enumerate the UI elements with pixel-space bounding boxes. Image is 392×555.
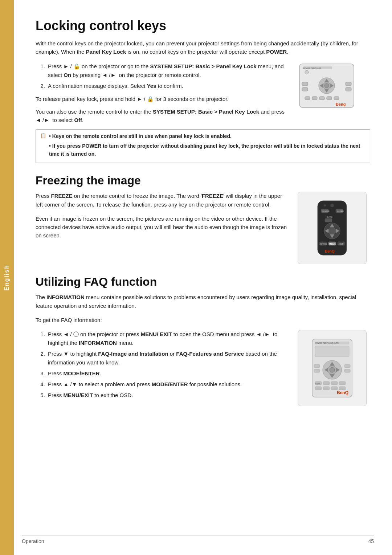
svg-text:SOURCE: SOURCE	[320, 243, 327, 245]
svg-point-53	[330, 367, 335, 372]
faq-step-5: Press MENU/EXIT to exit the OSD.	[46, 391, 290, 400]
svg-rect-29	[325, 219, 332, 222]
svg-text:LASER: LASER	[337, 210, 344, 212]
freezing-text: Press FREEZE on the remote control to fr…	[36, 192, 290, 245]
svg-rect-66	[339, 387, 346, 390]
svg-rect-19	[334, 97, 339, 100]
freezing-para2: Even if an image is frozen on the screen…	[36, 215, 290, 240]
svg-text:FREEZE: FREEZE	[329, 243, 336, 245]
faq-remote: POWER TEMP LAMP AUTO	[298, 330, 367, 406]
main-content: Locking control keys With the control ke…	[14, 0, 392, 555]
locking-step-1: Press ► / 🔒 on the projector or go to th…	[46, 62, 290, 79]
freezing-title: Freezing the image	[36, 174, 370, 187]
faq-intro: The INFORMATION menu contains possible s…	[36, 293, 370, 310]
svg-rect-54	[314, 364, 320, 368]
svg-rect-17	[319, 97, 324, 100]
svg-rect-15	[305, 97, 310, 100]
svg-text:BenQ: BenQ	[325, 249, 335, 253]
locking-image: POWER TEMP LAMP	[298, 62, 370, 110]
faq-text: Press ◄ / ⓘ on the projector or press ME…	[36, 330, 290, 404]
note-icon: 📋	[40, 133, 46, 138]
freezing-content: Press FREEZE on the remote control to fr…	[36, 192, 370, 264]
locking-step-2: A confirmation message displays. Select …	[46, 82, 290, 90]
svg-rect-16	[312, 97, 317, 100]
svg-text:Beng: Beng	[336, 102, 346, 106]
locking-section: Locking control keys With the control ke…	[36, 18, 370, 163]
faq-steps: Press ◄ / ⓘ on the projector or press ME…	[46, 330, 290, 400]
svg-rect-11	[302, 82, 308, 86]
svg-text:BLANK: BLANK	[315, 383, 320, 385]
svg-rect-65	[331, 387, 338, 390]
svg-text:BenQ: BenQ	[337, 390, 348, 395]
faq-step-4: Press ▲ /▼ to select a problem and press…	[46, 380, 290, 389]
svg-rect-60	[331, 381, 338, 385]
faq-image: POWER TEMP LAMP AUTO	[298, 330, 370, 406]
svg-rect-55	[314, 369, 320, 372]
note-content: Keys on the remote control are still in …	[49, 132, 366, 160]
svg-rect-12	[302, 87, 308, 91]
faq-to-get: To get the FAQ information:	[36, 316, 370, 324]
svg-rect-61	[339, 381, 346, 385]
svg-point-23	[324, 204, 326, 207]
svg-rect-57	[344, 369, 350, 372]
svg-point-31	[328, 227, 336, 234]
svg-point-22	[330, 204, 334, 207]
footer: Operation 45	[22, 535, 374, 544]
svg-rect-59	[323, 381, 330, 385]
faq-title: Utilizing FAQ function	[36, 275, 370, 289]
freezing-para1: Press FREEZE on the remote control to fr…	[36, 192, 290, 209]
svg-text:POWER: POWER	[322, 210, 330, 212]
note-item-1: Keys on the remote control are still in …	[49, 132, 366, 140]
svg-point-10	[324, 83, 329, 88]
locking-release: To release panel key lock, press and hol…	[36, 95, 290, 103]
svg-rect-64	[323, 387, 330, 390]
freezing-section: Freezing the image Press FREEZE on the r…	[36, 174, 370, 264]
locking-notes: 📋 Keys on the remote control are still i…	[36, 129, 370, 163]
locking-intro: With the control keys on the projector l…	[36, 39, 370, 56]
svg-text:ZOOM: ZOOM	[339, 243, 344, 245]
svg-rect-56	[344, 364, 350, 368]
svg-rect-46	[315, 346, 349, 357]
footer-left: Operation	[22, 538, 44, 544]
language-label: English	[4, 265, 10, 291]
locking-also: You can also use the remote control to e…	[36, 107, 290, 125]
faq-step-1: Press ◄ / ⓘ on the projector or press ME…	[46, 330, 290, 347]
note-item-2: If you press POWER to turn off the proje…	[49, 142, 366, 158]
footer-right: 45	[368, 538, 374, 544]
freezing-image: POWER LASER BLANK	[298, 192, 370, 264]
faq-step-2: Press ▼ to highlight FAQ-Image and Insta…	[46, 350, 290, 367]
svg-rect-13	[346, 82, 351, 86]
svg-rect-18	[327, 97, 332, 100]
svg-text:POWER  TEMP  LAMP  AUTO: POWER TEMP LAMP AUTO	[315, 342, 339, 344]
faq-content: Press ◄ / ⓘ on the projector or press ME…	[36, 330, 370, 406]
freezing-remote: POWER LASER BLANK	[298, 192, 367, 264]
svg-rect-63	[315, 387, 322, 390]
svg-text:BLANK: BLANK	[327, 216, 333, 218]
svg-text:POWER  TEMP  LAMP: POWER TEMP LAMP	[303, 67, 322, 69]
locking-text: Press ► / 🔒 on the projector or go to th…	[36, 62, 290, 130]
locking-title: Locking control keys	[36, 18, 370, 33]
svg-point-3	[305, 70, 309, 74]
locking-content: Press ► / 🔒 on the projector or go to th…	[36, 62, 370, 130]
faq-step-3: Press MODE/ENTER.	[46, 369, 290, 378]
faq-section: Utilizing FAQ function The INFORMATION m…	[36, 275, 370, 406]
svg-rect-14	[346, 87, 351, 91]
language-tab: English	[0, 0, 14, 555]
locking-steps: Press ► / 🔒 on the projector or go to th…	[46, 62, 290, 90]
